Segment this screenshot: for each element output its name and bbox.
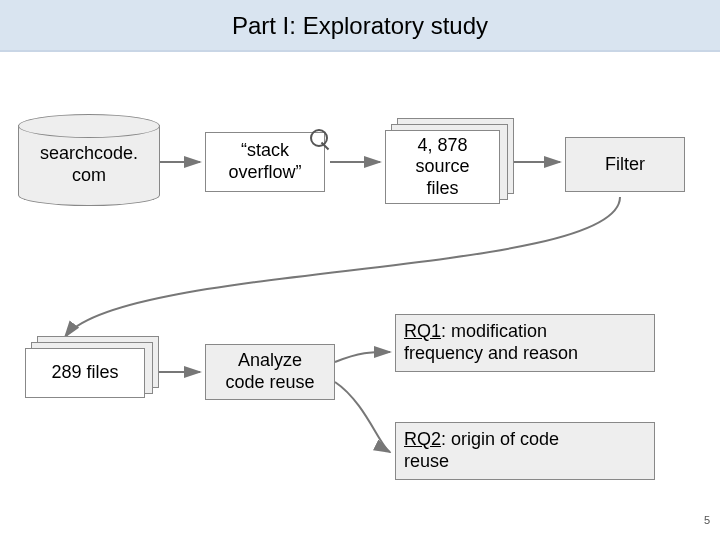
- search-term-text: “stack overflow”: [228, 140, 301, 183]
- page-number-text: 5: [704, 514, 710, 526]
- files-289-box: 289 files: [25, 348, 145, 398]
- files-289-stack: 289 files: [25, 348, 145, 398]
- files-289-text: 289 files: [51, 362, 118, 384]
- filter-box: Filter: [565, 137, 685, 192]
- rq1-box: RQ1: modification frequency and reason: [395, 314, 655, 372]
- diagram-stage: searchcode. com “stack overflow” 4, 878 …: [0, 52, 720, 532]
- analyze-box: Analyze code reuse: [205, 344, 335, 400]
- magnifier-icon: [310, 129, 332, 151]
- source-files-text: 4, 878 source files: [415, 135, 469, 200]
- title-text: Part I: Exploratory study: [232, 12, 488, 39]
- analyze-text: Analyze code reuse: [225, 350, 314, 393]
- filter-text: Filter: [605, 154, 645, 176]
- database-searchcode: searchcode. com: [18, 114, 158, 204]
- database-text: searchcode. com: [40, 143, 138, 186]
- page-number: 5: [704, 514, 710, 526]
- rq2-text: RQ2: origin of code reuse: [404, 429, 559, 472]
- source-files-box: 4, 878 source files: [385, 130, 500, 204]
- search-term-box: “stack overflow”: [205, 132, 325, 192]
- cylinder-top-icon: [18, 114, 160, 138]
- source-files-stack: 4, 878 source files: [385, 130, 500, 204]
- rq2-box: RQ2: origin of code reuse: [395, 422, 655, 480]
- rq1-text: RQ1: modification frequency and reason: [404, 321, 578, 364]
- slide-title: Part I: Exploratory study: [0, 0, 720, 52]
